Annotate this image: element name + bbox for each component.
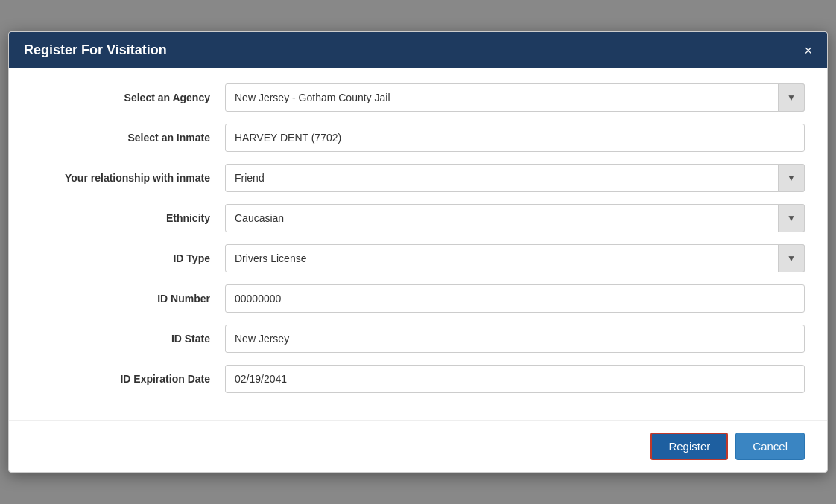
id-type-row: ID Type Drivers License ▼	[31, 244, 805, 272]
ethnicity-select[interactable]: Caucasian	[225, 204, 805, 232]
ethnicity-select-wrapper: Caucasian ▼	[225, 204, 805, 232]
id-number-label: ID Number	[31, 293, 225, 304]
close-button[interactable]: ×	[804, 44, 812, 57]
inmate-input[interactable]	[225, 124, 805, 152]
relationship-label: Your relationship with inmate	[31, 172, 225, 184]
agency-label: Select an Agency	[31, 92, 225, 103]
modal-footer: Register Cancel	[9, 420, 827, 472]
cancel-button[interactable]: Cancel	[735, 433, 805, 460]
relationship-select[interactable]: Friend	[225, 164, 805, 192]
relationship-select-wrapper: Friend ▼	[225, 164, 805, 192]
agency-select-wrapper: New Jersey - Gotham County Jail ▼	[225, 83, 805, 112]
register-button[interactable]: Register	[650, 433, 728, 460]
id-expiration-row: ID Expiration Date	[31, 365, 805, 393]
id-state-label: ID State	[31, 333, 225, 345]
id-number-input[interactable]	[225, 284, 805, 313]
ethnicity-row: Ethnicity Caucasian ▼	[31, 204, 805, 232]
modal-body: Select an Agency New Jersey - Gotham Cou…	[9, 68, 827, 420]
id-number-row: ID Number	[31, 284, 805, 313]
id-type-select[interactable]: Drivers License	[225, 244, 805, 272]
agency-select[interactable]: New Jersey - Gotham County Jail	[225, 83, 805, 112]
id-state-input[interactable]	[225, 325, 805, 353]
id-type-label: ID Type	[31, 252, 225, 264]
id-expiration-input[interactable]	[225, 365, 805, 393]
inmate-row: Select an Inmate	[31, 124, 805, 152]
modal-header: Register For Visitation ×	[9, 32, 827, 68]
inmate-label: Select an Inmate	[31, 132, 225, 144]
relationship-row: Your relationship with inmate Friend ▼	[31, 164, 805, 192]
id-type-select-wrapper: Drivers License ▼	[225, 244, 805, 272]
register-visitation-modal: Register For Visitation × Select an Agen…	[8, 31, 828, 473]
modal-title: Register For Visitation	[24, 42, 167, 58]
agency-row: Select an Agency New Jersey - Gotham Cou…	[31, 83, 805, 112]
id-expiration-label: ID Expiration Date	[31, 373, 225, 385]
id-state-row: ID State	[31, 325, 805, 353]
ethnicity-label: Ethnicity	[31, 212, 225, 224]
